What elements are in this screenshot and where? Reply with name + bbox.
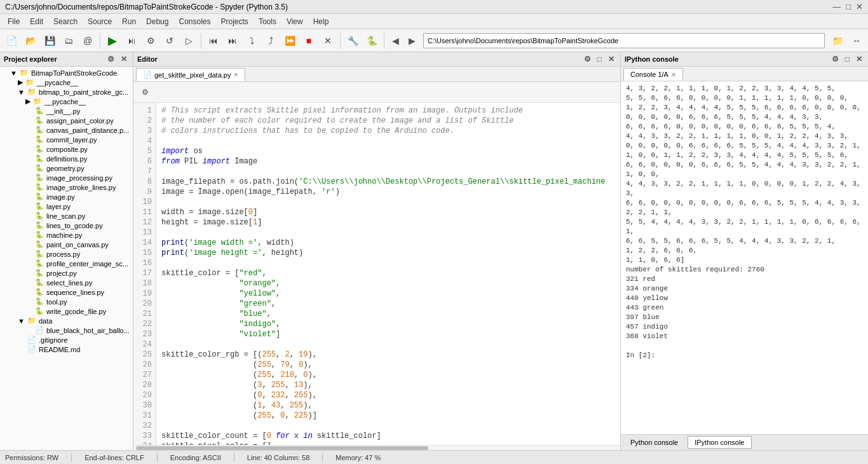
- sync-button[interactable]: ↔: [848, 32, 865, 50]
- forward-button[interactable]: ▶: [404, 33, 419, 48]
- line-numbers: 12345 678910 1112131415 1617181920 21222…: [133, 103, 156, 445]
- tree-item-balloon[interactable]: 📄 blue_black_hot_air_ballo...: [0, 325, 133, 335]
- menu-search[interactable]: Search: [48, 16, 83, 27]
- run-file-button[interactable]: ⏯: [123, 32, 140, 50]
- tree-item-pycache1[interactable]: ▶ 📁 __pycache__: [0, 78, 133, 87]
- console-output[interactable]: 4, 3, 2, 2, 1, 1, 1, 0, 1, 2, 2, 3, 3, 4…: [621, 81, 868, 434]
- tree-item-writegcode[interactable]: 🐍 write_gcode_file.py: [0, 306, 133, 316]
- tree-item-init[interactable]: 🐍 __init__.py: [0, 106, 133, 116]
- folder-icon: 📁: [27, 317, 36, 325]
- run-config-button[interactable]: ⚙: [142, 32, 159, 50]
- console-tab-close[interactable]: ✕: [671, 71, 676, 78]
- tree-root-label: BitmapToPaintStrokeGcode: [31, 69, 117, 77]
- rerun-button[interactable]: ↺: [161, 32, 179, 50]
- code-editor[interactable]: # This script extracts Skittle pixel inf…: [156, 103, 620, 445]
- editor-tab-close[interactable]: ✕: [233, 71, 238, 78]
- console-output-text: 6, 6, 5, 5, 6, 6, 6, 5, 5, 4, 4, 4, 3, 3…: [626, 236, 863, 246]
- debug-out-button[interactable]: ⤴: [262, 32, 280, 50]
- tree-item-data[interactable]: ▼ 📁 data: [0, 316, 133, 325]
- py-file-icon: 🐍: [35, 259, 44, 268]
- tree-item-sequence[interactable]: 🐍 sequence_lines.py: [0, 287, 133, 297]
- menu-file[interactable]: File: [3, 16, 25, 27]
- tree-item-project[interactable]: 🐍 project.py: [0, 268, 133, 278]
- tree-item-tool[interactable]: 🐍 tool.py: [0, 297, 133, 306]
- tree-item-pycache2[interactable]: ▶ 📁 __pycache__: [0, 97, 133, 106]
- editor-options-button[interactable]: ⚙: [582, 54, 593, 64]
- expand-icon: ▼: [18, 317, 25, 325]
- debug-start-button[interactable]: ⏮: [205, 32, 222, 50]
- menu-consoles[interactable]: Consoles: [173, 16, 215, 27]
- py-file-icon: 🐍: [35, 135, 44, 144]
- run-selection-button[interactable]: ▷: [180, 32, 198, 50]
- menu-debug[interactable]: Debug: [141, 16, 173, 27]
- tree-root[interactable]: ▼ 📁 BitmapToPaintStrokeGcode: [0, 68, 133, 78]
- editor-expand-button[interactable]: □: [595, 54, 604, 64]
- tree-item-machine[interactable]: 🐍 machine.py: [0, 230, 133, 240]
- ipython-console-tab[interactable]: IPython console: [688, 436, 751, 449]
- maximize-button[interactable]: □: [846, 2, 851, 11]
- tree-item-profile[interactable]: 🐍 profile_center_image_sc...: [0, 259, 133, 268]
- tree-item-readme[interactable]: 📄 README.md: [0, 345, 133, 354]
- tree-item-linestogcode[interactable]: 🐍 lines_to_gcode.py: [0, 221, 133, 230]
- tree-item-label: select_lines.py: [46, 279, 92, 287]
- editor-tab-active[interactable]: 📄 get_skittle_pixel_data.py ✕: [136, 68, 245, 81]
- console-expand-button[interactable]: □: [843, 54, 851, 64]
- pe-close-button[interactable]: ✕: [119, 54, 129, 64]
- tree-item-process[interactable]: 🐍 process.py: [0, 249, 133, 259]
- menu-projects[interactable]: Projects: [216, 16, 254, 27]
- save-button[interactable]: 💾: [41, 32, 58, 50]
- menu-run[interactable]: Run: [117, 16, 141, 27]
- open-file-button[interactable]: 📂: [22, 32, 39, 50]
- tree-item-linescan[interactable]: 🐍 line_scan.py: [0, 211, 133, 221]
- menu-help[interactable]: Help: [308, 16, 334, 27]
- menu-tools[interactable]: Tools: [254, 16, 281, 27]
- tree-item-composite[interactable]: 🐍 composite.py: [0, 144, 133, 154]
- console-output-text: 0, 0, 0, 0, 0, 6, 6, 6, 5, 5, 5, 4, 4, 4…: [626, 113, 863, 122]
- tree-item-assign[interactable]: 🐍 assign_paint_color.py: [0, 116, 133, 125]
- console-tab-1[interactable]: Console 1/A ✕: [623, 68, 683, 81]
- tools-button[interactable]: 🔧: [344, 32, 362, 50]
- close-button[interactable]: ✕: [856, 2, 863, 11]
- tree-item-label: commit_layer.py: [46, 136, 97, 144]
- tree-item-selectlines[interactable]: 🐍 select_lines.py: [0, 278, 133, 287]
- tree-item-label: .gitignore: [39, 336, 67, 344]
- console-close-button[interactable]: ✕: [854, 54, 864, 64]
- path-input[interactable]: [423, 33, 825, 48]
- menu-source[interactable]: Source: [83, 16, 117, 27]
- console-output-text: 4, 3, 2, 2, 1, 1, 1, 0, 1, 2, 2, 3, 3, 4…: [626, 84, 863, 93]
- debug-continue-button[interactable]: ⏩: [281, 32, 299, 50]
- tree-item-definitions[interactable]: 🐍 definitions.py: [0, 154, 133, 163]
- pe-options-button[interactable]: ⚙: [105, 54, 116, 64]
- terminate-button[interactable]: ✕: [319, 32, 337, 50]
- browse-button[interactable]: @: [79, 32, 97, 50]
- debug-into-button[interactable]: ⤵: [243, 32, 261, 50]
- menu-edit[interactable]: Edit: [25, 16, 48, 27]
- editor-close-button[interactable]: ✕: [606, 54, 616, 64]
- tree-item-imgstroke[interactable]: 🐍 image_stroke_lines.py: [0, 182, 133, 192]
- browse-path-button[interactable]: 📁: [829, 32, 846, 50]
- horizontal-scrollbar-thumb[interactable]: [136, 446, 428, 450]
- tree-item-canvas[interactable]: 🐍 canvas_paint_distance.p...: [0, 125, 133, 135]
- editor-settings-button[interactable]: ⚙: [136, 83, 154, 101]
- tree-item-paint[interactable]: 🐍 paint_on_canvas.py: [0, 240, 133, 249]
- new-file-button[interactable]: 📄: [3, 32, 20, 50]
- tree-item-bitmap[interactable]: ▼ 📁 bitmap_to_paint_stroke_gc...: [0, 87, 133, 97]
- back-button[interactable]: ◀: [388, 33, 403, 48]
- console-options-button[interactable]: ⚙: [830, 54, 841, 64]
- python-console-tab[interactable]: Python console: [623, 436, 685, 449]
- tree-item-layer[interactable]: 🐍 layer.py: [0, 201, 133, 211]
- debug-step-button[interactable]: ⏭: [224, 32, 241, 50]
- tree-item-gitignore[interactable]: 📄 .gitignore: [0, 335, 133, 345]
- run-button[interactable]: ▶: [104, 32, 121, 50]
- tree-item-geometry[interactable]: 🐍 geometry.py: [0, 163, 133, 173]
- tree-item-imgproc[interactable]: 🐍 image_processing.py: [0, 173, 133, 182]
- tree-item-commit[interactable]: 🐍 commit_layer.py: [0, 135, 133, 144]
- save-all-button[interactable]: 🗂: [60, 32, 78, 50]
- minimize-button[interactable]: —: [832, 2, 841, 11]
- menu-view[interactable]: View: [281, 16, 308, 27]
- tree-item-image[interactable]: 🐍 image.py: [0, 192, 133, 201]
- editor-scrollbar[interactable]: [133, 445, 620, 450]
- py-file-icon: 🐍: [35, 193, 44, 201]
- python-button[interactable]: 🐍: [363, 32, 381, 50]
- debug-stop-button[interactable]: ■: [300, 32, 318, 50]
